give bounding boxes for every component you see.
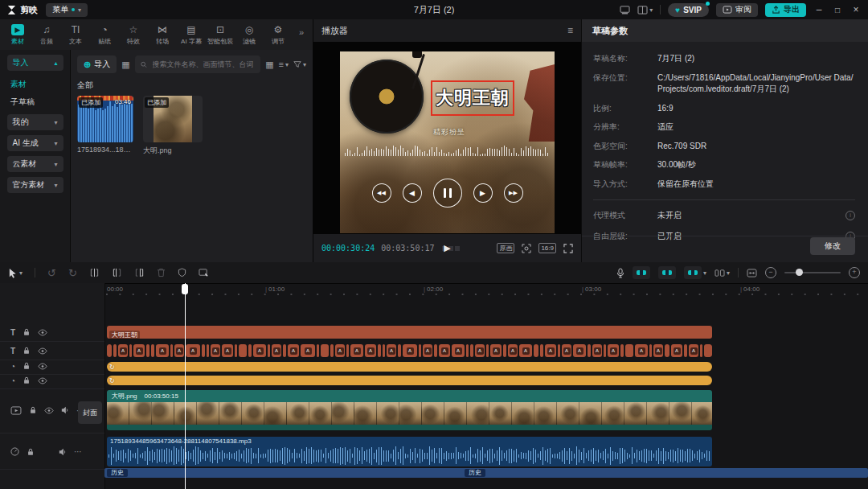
- subtitle-segment[interactable]: [503, 344, 506, 357]
- playhead-handle[interactable]: [182, 284, 188, 294]
- sidebar-item-1[interactable]: 子草稿: [0, 93, 70, 111]
- effect-clip-1[interactable]: ↻: [107, 362, 712, 372]
- more-options-icon[interactable]: ⋯: [74, 447, 83, 456]
- subtitle-segment[interactable]: [248, 344, 252, 357]
- media-item-image[interactable]: 已添加 大明.png: [143, 96, 203, 156]
- subtitle-segment[interactable]: [588, 344, 591, 357]
- subtitle-segment[interactable]: [283, 344, 286, 357]
- subtitle-segment[interactable]: [113, 344, 117, 357]
- speaker-icon[interactable]: [59, 448, 67, 456]
- subtitle-segment[interactable]: A: [573, 344, 586, 357]
- delete-button[interactable]: [157, 268, 166, 277]
- subtitle-segment[interactable]: [649, 344, 652, 357]
- cover-edit-button[interactable]: [199, 268, 209, 277]
- subtitle-segment[interactable]: A: [508, 344, 518, 357]
- subtitle-segment[interactable]: [330, 344, 334, 357]
- subtitle-segment[interactable]: A: [689, 344, 698, 357]
- tab-audio[interactable]: ♫ 音频: [32, 24, 61, 46]
- track-header-effect-1[interactable]: ◔: [0, 360, 104, 372]
- trim-left-button[interactable]: [112, 268, 122, 277]
- subtitle-segment[interactable]: [419, 344, 421, 357]
- play-button[interactable]: ▶: [444, 243, 450, 253]
- cover-button[interactable]: 封面: [78, 401, 102, 424]
- track-header-text-2[interactable]: T: [0, 344, 104, 357]
- subtitle-segment[interactable]: [534, 344, 538, 357]
- subtitle-track-clips[interactable]: AAAAAAAAAAAAAAAAAAAAAAAAAAAAAAAA: [107, 344, 712, 357]
- previous-frame-button[interactable]: ◀: [403, 183, 422, 203]
- lock-icon[interactable]: [27, 448, 35, 456]
- preview-axis-toggle[interactable]: ▾: [684, 266, 706, 279]
- subtitle-segment[interactable]: [434, 344, 437, 357]
- eye-icon[interactable]: [38, 347, 47, 355]
- subtitle-segment[interactable]: [466, 344, 469, 357]
- subtitle-segment[interactable]: [383, 344, 385, 357]
- zoom-out-button[interactable]: −: [765, 267, 776, 278]
- grid-view-icon[interactable]: ▦: [265, 60, 273, 70]
- subtitle-segment[interactable]: [107, 344, 112, 357]
- menu-button[interactable]: 菜单 ▾: [46, 3, 88, 17]
- subtitle-segment[interactable]: [235, 344, 237, 357]
- sidebar-section-1[interactable]: AI 生成 ▾: [7, 135, 63, 151]
- lock-icon[interactable]: [23, 328, 31, 336]
- pause-button[interactable]: [433, 179, 462, 208]
- zoom-in-button[interactable]: +: [849, 267, 860, 278]
- fullscreen-icon[interactable]: [563, 244, 573, 253]
- subtitle-segment[interactable]: [346, 344, 349, 357]
- track-header-audio[interactable]: ⋯: [0, 437, 104, 466]
- sidebar-section-3[interactable]: 官方素材 ▾: [7, 177, 63, 193]
- subtitle-segment[interactable]: [684, 344, 687, 357]
- subtitle-segment[interactable]: [317, 344, 319, 357]
- effect-clip-2[interactable]: ↻: [107, 376, 712, 385]
- rewind-button[interactable]: ◀◀: [372, 183, 391, 203]
- subtitle-segment[interactable]: [704, 344, 712, 357]
- subtitle-segment[interactable]: [129, 344, 132, 357]
- subtitle-segment[interactable]: [202, 344, 205, 357]
- text-clip[interactable]: 大明王朝: [107, 326, 712, 339]
- tabs-expand-button[interactable]: »: [299, 27, 304, 37]
- sidebar-section-2[interactable]: 云素材 ▾: [7, 156, 63, 172]
- subtitle-segment[interactable]: A: [118, 344, 128, 357]
- subtitle-segment[interactable]: A: [403, 344, 417, 357]
- sidebar-item-0[interactable]: 素材: [0, 76, 70, 93]
- subtitle-segment[interactable]: [146, 344, 149, 357]
- subtitle-segment[interactable]: [620, 344, 624, 357]
- subtitle-segment[interactable]: A: [671, 344, 682, 357]
- subtitle-segment[interactable]: A: [301, 344, 315, 357]
- zoom-slider-thumb[interactable]: [796, 269, 803, 276]
- subtitle-segment[interactable]: A: [365, 344, 376, 357]
- eye-icon[interactable]: [38, 377, 47, 384]
- media-item-audio[interactable]: 已添加 03:46 17518934...1838.mp3: [77, 96, 133, 156]
- subtitle-segment[interactable]: A: [156, 344, 169, 357]
- marker-badge[interactable]: 历史: [107, 469, 128, 477]
- subtitle-segment[interactable]: [700, 344, 702, 357]
- tab-material[interactable]: ▶ 素材: [3, 24, 32, 46]
- subtitle-segment[interactable]: A: [272, 344, 281, 357]
- subtitle-segment[interactable]: A: [475, 344, 485, 357]
- subtitle-segment[interactable]: A: [452, 344, 465, 357]
- marker-track[interactable]: 历史 历史: [104, 468, 868, 478]
- subtitle-segment[interactable]: [151, 344, 154, 357]
- subtitle-segment[interactable]: A: [423, 344, 432, 357]
- subtitle-segment[interactable]: A: [519, 344, 532, 357]
- speaker-icon[interactable]: [61, 406, 69, 414]
- tab-text[interactable]: TI 文本: [61, 24, 90, 46]
- modify-button[interactable]: 修改: [810, 237, 855, 255]
- next-frame-button[interactable]: ▶: [473, 183, 493, 203]
- import-media-button[interactable]: ⊕ 导入: [77, 55, 117, 73]
- subtitle-segment[interactable]: A: [211, 344, 220, 357]
- track-header-text-1[interactable]: T: [0, 326, 104, 339]
- video-clip[interactable]: 大明.png 00:03:50:15: [107, 390, 712, 430]
- marker-badge[interactable]: 历史: [465, 469, 485, 477]
- subtitle-segment[interactable]: A: [490, 344, 502, 357]
- subtitle-segment[interactable]: A: [186, 344, 200, 357]
- tab-smart-package[interactable]: ⊡ 智能包装: [206, 24, 235, 46]
- lock-icon[interactable]: [23, 376, 31, 384]
- subtitle-segment[interactable]: A: [350, 344, 363, 357]
- subtitle-segment[interactable]: A: [222, 344, 233, 357]
- playhead-line[interactable]: [185, 283, 186, 489]
- subtitle-segment[interactable]: [207, 344, 209, 357]
- subtitle-segment[interactable]: [486, 344, 489, 357]
- sort-button[interactable]: ≡▾: [279, 60, 289, 69]
- subtitle-segment[interactable]: A: [288, 344, 299, 357]
- maximize-button[interactable]: □: [832, 6, 843, 14]
